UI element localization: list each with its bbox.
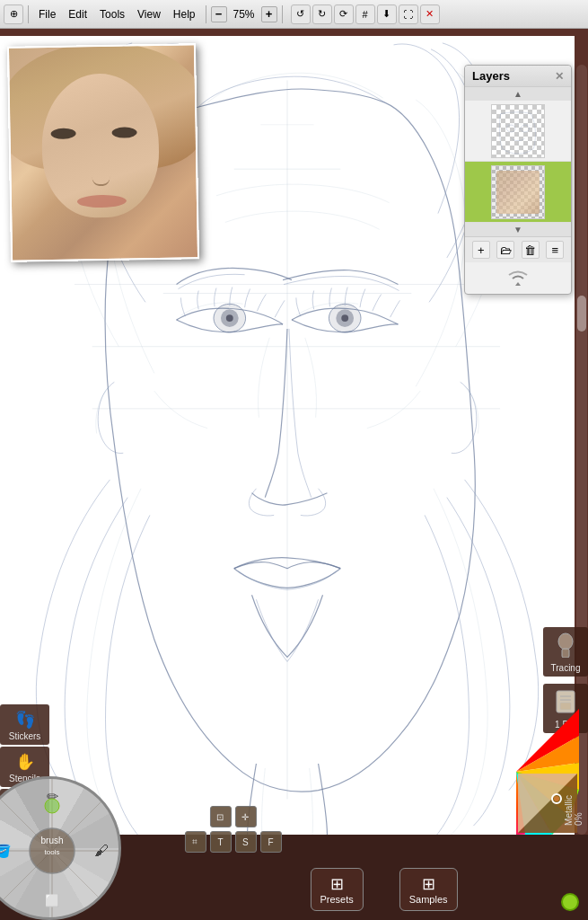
svg-point-14 [506, 125, 515, 132]
export-button[interactable]: ⬇ [377, 4, 397, 24]
layers-add-button[interactable]: + [472, 241, 490, 259]
move-tool-button[interactable]: ✛ [234, 806, 256, 827]
wifi-svg [505, 266, 531, 286]
svg-text:🪣: 🪣 [0, 844, 12, 859]
samples-label: Samples [409, 894, 448, 905]
presets-icon: ⊞ [320, 874, 353, 894]
svg-text:brush: brush [40, 836, 63, 845]
svg-text:⬜: ⬜ [45, 893, 60, 908]
presets-button[interactable]: ⊞ Presets [310, 868, 363, 911]
zoom-control: − 75% + [211, 6, 277, 22]
metallic-label: Metallic 0% [564, 795, 584, 826]
stencils-icon: ✋ [4, 752, 46, 772]
fill-tool-button[interactable]: F [259, 831, 281, 853]
menu-separator-2 [206, 5, 206, 23]
menu-bar: ⊕ File Edit Tools View Help − 75% + ↺ ↻ … [0, 0, 588, 29]
layers-close-button[interactable]: ✕ [555, 70, 564, 83]
bottom-bar: brush tools ✏ 🖌 ⬜ 🪣 [0, 835, 588, 920]
fullscreen-button[interactable]: ⛶ [399, 4, 418, 24]
smudge-tool-button[interactable]: S [234, 831, 256, 853]
svg-point-6 [226, 314, 233, 322]
layers-panel-title: Layers ✕ [465, 66, 571, 87]
crop-tool-button[interactable]: ⌗ [184, 831, 206, 853]
svg-point-33 [45, 799, 59, 813]
layer-thumbnail-1 [491, 104, 545, 158]
bottom-center-buttons: ⊡ ✛ ⌗ T S F ⊞ Presets ⊞ Samples [130, 868, 457, 911]
reference-photo[interactable] [7, 43, 199, 262]
svg-text:tools: tools [45, 848, 60, 856]
reference-photo-image [9, 45, 197, 261]
layers-menu-button[interactable]: ≡ [546, 241, 564, 259]
tracing-label: Tracing [551, 663, 581, 673]
brush-wheel[interactable]: brush tools ✏ 🖌 ⬜ 🪣 [0, 776, 121, 920]
app-icon[interactable]: ⊕ [4, 4, 23, 24]
svg-point-9 [341, 314, 348, 322]
samples-icon: ⊞ [409, 874, 448, 894]
samples-button[interactable]: ⊞ Samples [399, 868, 458, 911]
menu-separator [28, 5, 29, 23]
canvas-area: Layers ✕ ▲ ▼ + [0, 29, 588, 920]
stickers-icon: 👣 [4, 710, 46, 730]
svg-point-15 [521, 125, 530, 132]
menu-help[interactable]: Help [168, 6, 201, 22]
color-indicator-dot[interactable] [561, 893, 579, 911]
photo-eye-left [51, 128, 76, 139]
menu-edit[interactable]: Edit [63, 6, 92, 22]
tracing-icon [547, 632, 584, 661]
zoom-increase-button[interactable]: + [261, 6, 277, 22]
stickers-label: Stickers [9, 731, 41, 741]
svg-point-36 [554, 796, 559, 801]
layers-folder-button[interactable]: 🗁 [496, 241, 514, 259]
tracing-svg-icon [553, 632, 578, 658]
select-tool-button[interactable]: ⊡ [209, 806, 231, 827]
layers-title-label: Layers [472, 69, 510, 83]
layer-item-1[interactable] [465, 101, 571, 162]
scroll-thumb[interactable] [577, 296, 586, 332]
layer-item-2[interactable] [465, 162, 571, 223]
menu-tools[interactable]: Tools [94, 6, 130, 22]
close-button[interactable]: ✕ [420, 4, 440, 24]
svg-rect-17 [562, 649, 569, 658]
undo-button[interactable]: ↺ [291, 4, 311, 24]
svg-point-16 [558, 633, 573, 650]
presets-label: Presets [320, 894, 353, 905]
photo-eye-right [112, 127, 137, 137]
grid-button[interactable]: # [355, 4, 375, 24]
zoom-decrease-button[interactable]: − [211, 6, 227, 22]
svg-text:🖌: 🖌 [94, 843, 109, 858]
layers-scroll-up-button[interactable]: ▲ [465, 87, 571, 101]
menu-file[interactable]: File [33, 6, 61, 22]
redo-button[interactable]: ↻ [312, 4, 332, 24]
color-wheel-svg[interactable] [453, 709, 579, 835]
photo-nose [92, 164, 110, 186]
layer-thumbnail-2 [491, 165, 545, 219]
tracing-tool[interactable]: Tracing [543, 627, 588, 677]
layers-panel: Layers ✕ ▲ ▼ + [464, 65, 572, 295]
layers-toolbar: + 🗁 🗑 ≡ [465, 236, 571, 262]
layers-scroll-down-button[interactable]: ▼ [465, 223, 571, 236]
stickers-tool[interactable]: 👣 Stickers [0, 704, 49, 745]
color-wheel[interactable] [453, 709, 579, 835]
menu-separator-3 [282, 5, 283, 23]
photo-eyes [51, 127, 159, 145]
layers-wifi-icon [465, 262, 571, 294]
menu-view[interactable]: View [132, 6, 166, 22]
layer-thumb-svg-1 [492, 105, 544, 157]
rotate-tool-button[interactable]: ⟳ [334, 4, 354, 24]
layers-delete-button[interactable]: 🗑 [522, 241, 540, 259]
text-tool-button[interactable]: T [209, 831, 231, 853]
brush-wheel-svg: brush tools ✏ 🖌 ⬜ 🪣 [0, 779, 121, 920]
zoom-value: 75% [230, 8, 259, 21]
brush-wheel-circle[interactable]: brush tools ✏ 🖌 ⬜ 🪣 [0, 776, 121, 920]
